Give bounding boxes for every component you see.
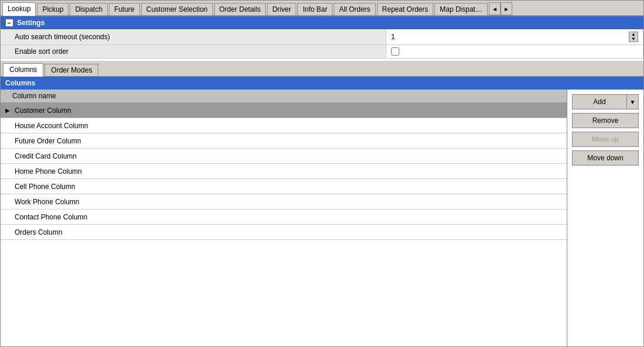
settings-title: Settings [17, 19, 44, 27]
columns-body: Column name ▶ Customer Column House Acco… [1, 90, 643, 346]
sub-tab-order-modes[interactable]: Order Modes [44, 64, 98, 76]
row-label: Contact Phone Column [15, 213, 87, 221]
timeout-value: 1 [391, 33, 395, 41]
tab-pickup[interactable]: Pickup [37, 3, 68, 15]
sub-tab-columns[interactable]: Columns [3, 63, 43, 77]
tab-customer-selection[interactable]: Customer Selection [141, 3, 213, 15]
table-row[interactable]: Credit Card Column [1, 149, 567, 164]
row-label: Customer Column [15, 106, 71, 115]
sort-order-checkbox[interactable] [391, 47, 399, 56]
spinner-down-icon[interactable]: ▼ [629, 37, 638, 42]
remove-button[interactable]: Remove [572, 113, 639, 128]
table-row[interactable]: House Account Column [1, 118, 567, 133]
tab-all-orders[interactable]: All Orders [334, 3, 375, 15]
tab-info-bar[interactable]: Info Bar [297, 3, 333, 15]
tab-nav-prev[interactable]: ◄ [489, 2, 501, 15]
row-label: Home Phone Column [15, 167, 82, 176]
row-label: Cell Phone Column [15, 183, 75, 191]
settings-section: − Settings Auto search timeout (seconds)… [1, 16, 643, 59]
table-row[interactable]: Work Phone Column [1, 194, 567, 209]
tab-repeat-orders[interactable]: Repeat Orders [377, 3, 434, 15]
table-row[interactable]: Cell Phone Column [1, 179, 567, 194]
tab-map-dispatch[interactable]: Map Dispat… [434, 3, 488, 15]
settings-collapse-btn[interactable]: − [5, 19, 13, 27]
settings-row-sort-order: Enable sort order [1, 45, 643, 59]
table-row[interactable]: ▶ Customer Column [1, 103, 567, 118]
move-down-button[interactable]: Move down [572, 150, 639, 166]
column-name-header: Column name [1, 90, 567, 103]
tab-driver[interactable]: Driver [267, 3, 296, 15]
columns-list: Column name ▶ Customer Column House Acco… [1, 90, 567, 346]
row-label: House Account Column [15, 122, 88, 130]
table-row[interactable]: Home Phone Column [1, 164, 567, 179]
tab-nav-next[interactable]: ► [501, 2, 512, 15]
add-button[interactable]: Add ▼ [572, 94, 639, 109]
tab-order-details[interactable]: Order Details [214, 3, 266, 15]
settings-label-timeout: Auto search timeout (seconds) [1, 29, 386, 45]
row-label: Work Phone Column [15, 198, 80, 206]
row-label: Future Order Column [15, 137, 81, 145]
tab-dispatch[interactable]: Dispatch [70, 3, 108, 15]
timeout-spinner[interactable]: ▲ ▼ [629, 32, 638, 42]
settings-table: Auto search timeout (seconds) 1 ▲ ▼ Enab… [1, 29, 643, 59]
sub-tab-bar: Columns Order Modes [1, 61, 643, 77]
settings-header: − Settings [1, 16, 643, 29]
add-button-main[interactable]: Add [573, 95, 626, 109]
columns-section: Columns Column name ▶ Customer Column Ho… [1, 77, 643, 346]
settings-label-sort-order: Enable sort order [1, 45, 386, 59]
buttons-panel: Add ▼ Remove Move up Move down [567, 90, 643, 346]
content-area: − Settings Auto search timeout (seconds)… [1, 16, 643, 346]
tab-bar: Lookup Pickup Dispatch Future Customer S… [1, 1, 643, 16]
row-label: Credit Card Column [15, 152, 77, 160]
table-row[interactable]: Contact Phone Column [1, 209, 567, 225]
main-container: Lookup Pickup Dispatch Future Customer S… [0, 0, 644, 347]
move-up-button[interactable]: Move up [572, 132, 639, 147]
table-row[interactable]: Orders Column [1, 225, 567, 240]
settings-value-sort-order [386, 45, 643, 59]
tab-future[interactable]: Future [109, 3, 140, 15]
row-label: Orders Column [15, 228, 62, 236]
row-arrow-icon: ▶ [5, 107, 12, 114]
settings-row-timeout: Auto search timeout (seconds) 1 ▲ ▼ [1, 29, 643, 45]
tab-lookup[interactable]: Lookup [2, 2, 36, 16]
columns-header: Columns [1, 77, 643, 90]
add-dropdown-icon[interactable]: ▼ [626, 95, 638, 109]
table-row[interactable]: Future Order Column [1, 133, 567, 149]
settings-value-timeout: 1 ▲ ▼ [386, 29, 643, 45]
